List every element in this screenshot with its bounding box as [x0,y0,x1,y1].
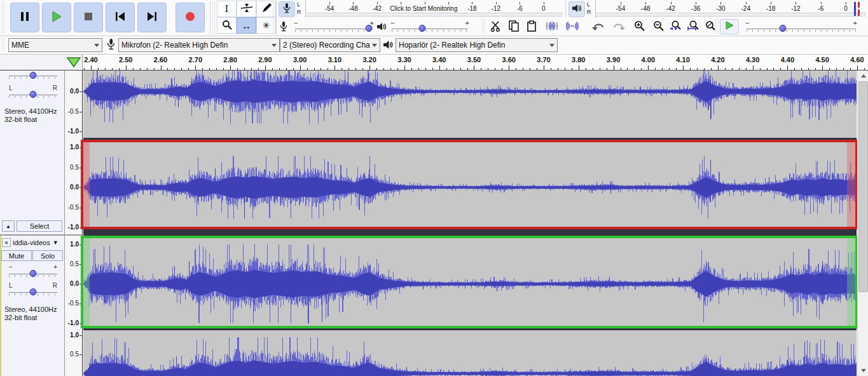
silence-audio-button[interactable] [563,20,581,34]
zoom-toggle-icon [705,20,716,34]
meter-toolbar-gripper[interactable] [272,2,276,34]
meter-tick-label: -12 [492,5,500,12]
paste-button[interactable] [523,20,540,34]
track1-collapse-button[interactable]: ▲ [2,220,15,232]
track1-pan-thumb[interactable] [30,91,37,98]
speaker-icon [383,40,394,52]
zoom-out-button[interactable] [650,20,667,34]
minus-label: − [390,19,394,27]
playback-volume-slider[interactable]: − + [392,24,468,34]
playback-speed-slider[interactable]: − + [747,24,856,34]
meter-channel-L: L [297,1,301,8]
track-control-panels: L R Stereo, 44100Hz 32-bit float ▲ Selec… [0,70,65,376]
recording-meter[interactable]: LR Click to Start Monitoring -54-48-42-1… [277,1,565,18]
playback-speed-thumb[interactable] [779,25,786,32]
edit-toolbar-gripper[interactable] [481,20,485,34]
audio-host-dropdown[interactable]: MME [8,38,102,52]
timeline-label: 2.90 [258,56,272,64]
track2-mute-button[interactable]: Mute [1,250,32,261]
playback-meter[interactable]: LR -54-48-42-36-30-24-18-12-60 [567,1,868,18]
selection-tool-button[interactable]: I [217,1,237,17]
track2-channel1-waveform[interactable] [83,238,857,328]
vertical-scrollbar[interactable] [857,70,868,376]
monitor-text[interactable]: Click to Start Monitoring [390,5,457,12]
zoom-tool-button[interactable] [217,17,237,34]
timeline-label: 2.40 [84,56,97,64]
recording-volume-thumb[interactable] [365,25,372,32]
skip-to-end-button[interactable] [137,3,167,32]
playback-volume-thumb[interactable] [419,25,426,32]
meter-channel-R: R [587,8,591,16]
close-icon[interactable]: × [2,238,11,247]
timeline-label: 3.00 [293,56,307,64]
track-menu-arrow-icon[interactable]: ▼ [53,239,59,246]
playback-device-dropdown[interactable]: Hoparlör (2- Realtek High Defin [396,38,558,52]
track1-channel2-waveform[interactable] [83,141,857,229]
skip-to-start-button[interactable] [106,3,135,32]
speaker-icon [572,4,582,15]
track2-pan-thumb[interactable] [30,288,37,295]
playback-meter-bar [595,13,865,17]
pinned-play-head-area[interactable] [0,55,83,70]
track1-channel1-waveform[interactable] [83,70,857,138]
timeline-label: 2.60 [154,56,167,64]
trim-audio-button[interactable] [543,20,560,34]
track2-channel2-waveform[interactable] [83,330,857,376]
redo-button[interactable] [609,20,626,34]
vertical-scale-ruler[interactable]: 0.0-0.5-1.01.00.50.0-0.5-1.01.00.50.0-0.… [65,70,83,376]
recording-channels-value: 2 (Stereo) Recording Cha [283,41,370,50]
track2-title[interactable]: iddia-videos [13,239,50,246]
copy-button[interactable] [505,20,522,34]
track2-title-bar[interactable]: × iddia-videos ▼ [2,238,64,247]
meter-tick-label: -36 [691,5,700,12]
zoom-in-button[interactable] [631,20,648,34]
track2-solo-button[interactable]: Solo [32,250,63,261]
device-toolbar-gripper[interactable] [1,39,5,52]
fit-project-button[interactable] [685,20,702,34]
amplitude-scale-label: -0.5 [68,108,79,115]
fit-selection-button[interactable] [667,20,684,34]
timeshift-tool-button[interactable]: ↔ [237,17,256,34]
scrollbar-thumb[interactable] [858,81,868,292]
scroll-up-button[interactable] [858,70,868,81]
envelope-tool-button[interactable] [237,1,256,17]
device-toolbar: MME Mikrofon (2- Realtek High Defin 2 (S… [0,36,868,55]
track2-gain-thumb[interactable] [30,270,37,277]
play-at-speed-button[interactable] [720,19,739,34]
recording-device-dropdown[interactable]: Mikrofon (2- Realtek High Defin [118,38,280,52]
recording-volume-slider[interactable]: − + [295,24,373,34]
pan-left-label: L [9,282,13,289]
playback-meter-speaker-button[interactable] [568,1,585,17]
track1-select-button[interactable]: Select [17,220,62,232]
amplitude-scale-label: -1.0 [68,224,79,231]
speaker-icon [376,22,387,34]
pause-button[interactable] [10,3,39,32]
track1-gain-thumb[interactable] [30,72,37,79]
meter-tick-label: -24 [741,5,750,12]
record-button[interactable] [176,3,205,32]
recording-meter-mic-button[interactable] [279,1,295,17]
transport-toolbar-gripper[interactable] [1,2,5,34]
play-head-triangle-icon[interactable] [66,57,81,70]
stop-button[interactable] [74,3,103,32]
edit-toolbar [487,18,713,36]
cut-button[interactable] [487,20,504,34]
timeline-ruler[interactable]: 2.402.502.602.702.802.903.003.103.203.30… [83,55,868,70]
play-at-speed-gripper[interactable] [715,20,719,34]
undo-button[interactable] [590,20,607,34]
tools-toolbar-gripper[interactable] [212,2,216,34]
playback-device-value: Hoparlör (2- Realtek High Defin [399,41,505,50]
pan-left-label: L [9,84,13,91]
scroll-down-button[interactable] [858,365,868,376]
amplitude-scale-label: 0.0 [70,280,79,287]
pan-right-label: R [53,84,57,91]
track2-status-rate: Stereo, 44100Hz [4,306,57,313]
timeline-label: 4.60 [850,56,864,64]
minus-label: − [745,19,749,27]
timeline-label: 4.30 [746,56,759,64]
track2-status-format: 32-bit float [4,314,37,321]
play-button[interactable] [42,3,71,32]
meter-clip-indicator [858,2,860,8]
recording-channels-dropdown[interactable]: 2 (Stereo) Recording Cha [280,38,380,52]
waveform-area[interactable] [83,70,857,376]
